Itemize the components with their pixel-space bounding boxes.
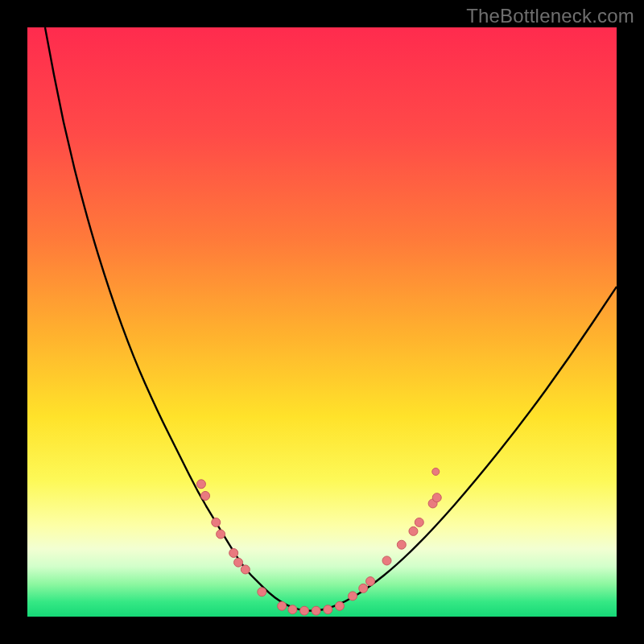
curve-marker [278, 601, 287, 610]
curve-marker [300, 606, 309, 615]
curve-markers [196, 468, 441, 615]
bottleneck-curve [45, 27, 617, 611]
curve-marker [366, 577, 375, 586]
curve-marker [258, 588, 266, 597]
curve-marker [432, 468, 440, 475]
curve-marker [415, 518, 423, 526]
curve-marker [409, 526, 418, 535]
curve-marker [217, 530, 225, 539]
chart-frame: TheBottleneck.com [0, 0, 644, 644]
curve-marker [335, 601, 344, 610]
curve-marker [288, 605, 297, 614]
curve-marker [397, 540, 406, 549]
curve-marker [229, 548, 238, 557]
curve-marker [241, 565, 250, 574]
curve-layer [27, 27, 617, 617]
curve-marker [312, 606, 320, 615]
curve-marker [212, 518, 221, 526]
curve-marker [201, 491, 210, 500]
plot-area [27, 27, 617, 617]
curve-marker [324, 605, 332, 614]
curve-marker [196, 480, 205, 489]
curve-marker [359, 584, 368, 592]
curve-marker [234, 558, 243, 567]
curve-marker [349, 592, 357, 601]
curve-marker [382, 556, 391, 565]
watermark-text: TheBottleneck.com [466, 5, 634, 27]
curve-marker [432, 493, 441, 502]
